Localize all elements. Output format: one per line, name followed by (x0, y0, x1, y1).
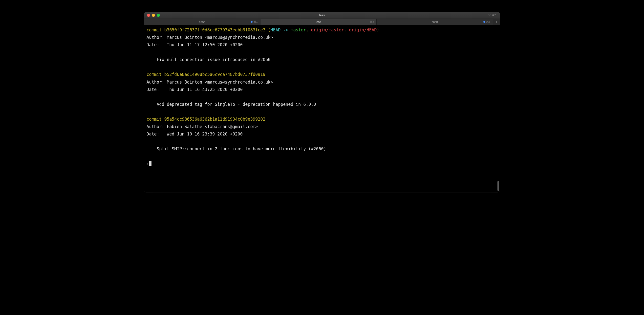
cursor-icon (149, 161, 152, 166)
tab-shortcut: ⌘1 (251, 20, 258, 24)
terminal-output[interactable]: commit b3650f9f72637ff0d8cc6779343eebb31… (144, 25, 500, 192)
scrollbar-thumb[interactable] (498, 181, 499, 191)
ref-head: HEAD (270, 28, 281, 32)
tab-shortcut: ⌘3 (483, 20, 490, 24)
less-prompt[interactable]: : (146, 160, 498, 167)
author-line: Author: Fabien Salathe <fabacrans@gmail.… (146, 124, 258, 129)
ref-remote: origin/master (311, 28, 344, 32)
tab-3[interactable]: bash ⌘3 (376, 19, 493, 25)
tab-shortcut: ⌘2 (370, 20, 374, 24)
terminal-window: less ⌥⌘1 bash ⌘1 less ⌘2 bash ⌘3 + commi… (144, 12, 500, 192)
tab-label: bash (432, 20, 438, 24)
author-line: Author: Marcus Bointon <marcus@synchrome… (146, 35, 273, 40)
tab-bar: bash ⌘1 less ⌘2 bash ⌘3 + (144, 19, 500, 25)
commit-word: commit (146, 117, 164, 122)
commit-word: commit (146, 28, 164, 32)
commit-entry: commit b3650f9f72637ff0d8cc6779343eebb31… (146, 26, 498, 71)
author-line: Author: Marcus Bointon <marcus@synchrome… (146, 80, 273, 85)
commit-hash: b3650f9f72637ff0d8cc6779343eebb31083fce3 (164, 28, 266, 32)
commit-message: Split SMTP::connect in 2 functions to ha… (157, 146, 326, 151)
commit-hash: b52fd6e8ad14908bc5a6c9ca7487bd0737fd0919 (164, 72, 266, 77)
ref-remote: origin/HEAD (349, 28, 377, 32)
commit-hash: 95a54cc986536a6362b1a11d91934c0b9e399202 (164, 117, 266, 122)
close-button[interactable] (147, 14, 150, 17)
commit-message: Add deprecated tag for SingleTo - deprec… (157, 102, 316, 107)
titlebar-shortcut: ⌥⌘1 (488, 14, 497, 17)
commit-entry: commit b52fd6e8ad14908bc5a6c9ca7487bd073… (146, 71, 498, 115)
minimize-button[interactable] (152, 14, 155, 17)
activity-dot-icon (483, 21, 485, 23)
commit-message: Fix null connection issue introduced in … (157, 57, 270, 62)
tab-2[interactable]: less ⌘2 (260, 19, 377, 25)
tab-1[interactable]: bash ⌘1 (144, 19, 260, 25)
commit-word: commit (146, 72, 164, 77)
tab-label: less (316, 20, 321, 24)
date-line: Date: Wed Jun 10 16:23:39 2020 +0200 (146, 132, 243, 137)
new-tab-button[interactable]: + (493, 19, 500, 25)
maximize-button[interactable] (157, 14, 160, 17)
traffic-lights (144, 14, 160, 17)
date-line: Date: Thu Jun 11 17:12:50 2020 +0200 (146, 42, 243, 47)
date-line: Date: Thu Jun 11 16:43:25 2020 +0200 (146, 87, 243, 92)
window-title: less (144, 13, 500, 17)
activity-dot-icon (251, 21, 252, 23)
ref-local: master (290, 28, 306, 32)
scrollbar[interactable] (497, 25, 499, 192)
commit-entry: commit 95a54cc986536a6362b1a11d91934c0b9… (146, 116, 498, 160)
titlebar[interactable]: less ⌥⌘1 (144, 12, 500, 19)
tab-label: bash (199, 20, 205, 24)
